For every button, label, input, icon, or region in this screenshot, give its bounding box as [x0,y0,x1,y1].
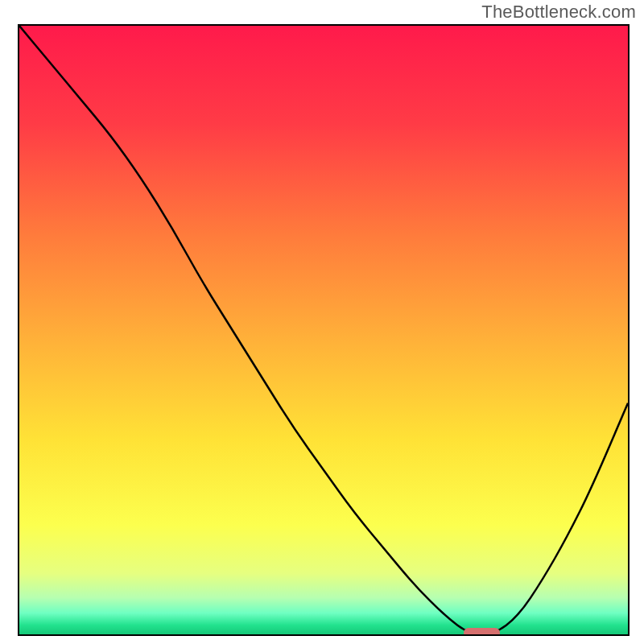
chart-container: TheBottleneck.com [0,0,644,644]
optimum-marker [464,628,500,636]
plot-area [18,24,630,636]
bottleneck-curve [19,26,628,634]
attribution-text: TheBottleneck.com [481,2,636,23]
